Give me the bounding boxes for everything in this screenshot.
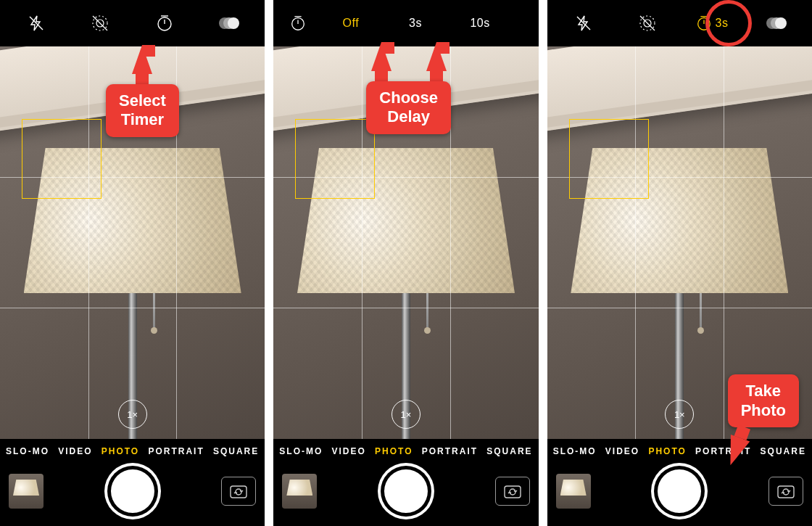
mode-photo[interactable]: PHOTO bbox=[647, 443, 687, 459]
mode-selector[interactable]: SLO-MO VIDEO PHOTO PORTRAIT SQUARE bbox=[273, 439, 538, 459]
svg-rect-10 bbox=[505, 486, 521, 498]
mode-slomo[interactable]: SLO-MO bbox=[4, 443, 51, 459]
zoom-button[interactable]: 1× bbox=[665, 400, 694, 429]
timer-option-off[interactable]: Off bbox=[343, 17, 360, 30]
flash-off-icon[interactable] bbox=[575, 15, 592, 32]
shutter-button[interactable] bbox=[107, 466, 158, 517]
callout-label: Take Photo bbox=[728, 374, 799, 427]
focus-indicator bbox=[295, 119, 375, 199]
mode-portrait[interactable]: PORTRAIT bbox=[146, 443, 205, 459]
screen-3: 3s 1× SLO-MO VIDEO PHOTO PORTRAIT S bbox=[547, 0, 812, 526]
tutorial-three-up: 1× SLO-MO VIDEO PHOTO PORTRAIT SQUARE Se… bbox=[0, 0, 812, 526]
zoom-button[interactable]: 1× bbox=[392, 400, 420, 429]
mode-video[interactable]: VIDEO bbox=[57, 443, 94, 459]
timer-active-icon[interactable]: 3s bbox=[695, 15, 729, 32]
focus-indicator bbox=[569, 119, 649, 199]
camera-bottom-bar: SLO-MO VIDEO PHOTO PORTRAIT SQUARE bbox=[273, 439, 538, 526]
live-photo-off-icon[interactable] bbox=[637, 13, 658, 33]
mode-video[interactable]: VIDEO bbox=[331, 443, 368, 459]
live-photo-off-icon[interactable] bbox=[90, 13, 110, 33]
filters-icon[interactable] bbox=[218, 15, 239, 32]
last-photo-thumbnail[interactable] bbox=[282, 474, 317, 509]
screen-1: 1× SLO-MO VIDEO PHOTO PORTRAIT SQUARE Se… bbox=[0, 0, 265, 526]
mode-portrait[interactable]: PORTRAIT bbox=[420, 443, 479, 459]
callout-take-photo: Take Photo bbox=[728, 374, 799, 467]
mode-square[interactable]: SQUARE bbox=[212, 443, 260, 459]
svg-line-3 bbox=[93, 16, 107, 30]
timer-value: 3s bbox=[716, 17, 729, 30]
camera-top-bar bbox=[0, 0, 265, 46]
callout-label: Select Timer bbox=[106, 84, 179, 137]
timer-option-10s[interactable]: 10s bbox=[470, 17, 489, 30]
mode-slomo[interactable]: SLO-MO bbox=[278, 443, 324, 459]
flash-off-icon[interactable] bbox=[28, 15, 45, 32]
svg-rect-19 bbox=[778, 486, 794, 498]
svg-point-18 bbox=[775, 17, 787, 29]
filters-icon[interactable] bbox=[765, 15, 787, 32]
timer-icon[interactable] bbox=[289, 15, 307, 32]
callout-select-timer: Select Timer bbox=[106, 45, 179, 137]
svg-point-7 bbox=[228, 17, 239, 29]
mode-photo[interactable]: PHOTO bbox=[100, 443, 141, 459]
switch-camera-button[interactable] bbox=[221, 477, 256, 506]
timer-option-3s[interactable]: 3s bbox=[409, 17, 422, 30]
camera-top-bar: 3s bbox=[547, 0, 812, 46]
mode-selector[interactable]: SLO-MO VIDEO PHOTO PORTRAIT SQUARE bbox=[0, 439, 265, 459]
shutter-button[interactable] bbox=[381, 466, 431, 517]
mode-square[interactable]: SQUARE bbox=[485, 443, 534, 459]
last-photo-thumbnail[interactable] bbox=[556, 474, 591, 509]
mode-slomo[interactable]: SLO-MO bbox=[552, 443, 598, 459]
zoom-button[interactable]: 1× bbox=[118, 400, 147, 429]
shutter-button[interactable] bbox=[654, 466, 705, 517]
camera-bottom-bar: SLO-MO VIDEO PHOTO PORTRAIT SQUARE bbox=[0, 439, 265, 526]
svg-line-14 bbox=[640, 16, 655, 30]
timer-icon[interactable] bbox=[155, 14, 174, 33]
callout-choose-delay: Choose Delay bbox=[366, 42, 451, 134]
mode-photo[interactable]: PHOTO bbox=[373, 443, 414, 459]
focus-indicator bbox=[22, 119, 102, 199]
callout-label: Choose Delay bbox=[366, 81, 451, 134]
svg-rect-8 bbox=[231, 486, 246, 498]
mode-video[interactable]: VIDEO bbox=[604, 443, 641, 459]
switch-camera-button[interactable] bbox=[768, 477, 803, 506]
last-photo-thumbnail[interactable] bbox=[9, 474, 44, 509]
switch-camera-button[interactable] bbox=[495, 477, 530, 506]
camera-top-bar: Off 3s 10s bbox=[273, 0, 538, 46]
screen-2: Off 3s 10s 1× SLO-MO VIDEO PHOTO PORTRAI… bbox=[273, 0, 538, 526]
